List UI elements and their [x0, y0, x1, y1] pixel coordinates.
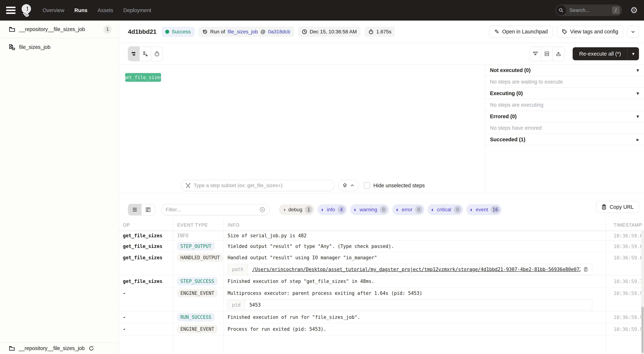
log-level-chip-event[interactable]: ◐event16	[466, 204, 502, 215]
section-caret-icon: ▾	[636, 114, 639, 119]
status-badge: Success	[162, 27, 194, 37]
chevron-down-icon	[631, 29, 635, 34]
timing-view-button[interactable]	[151, 47, 163, 61]
search-input[interactable]: Search... /	[555, 5, 622, 16]
log-info-cell: Handled output "result" using IO manager…	[224, 252, 606, 275]
nav-link-deployment[interactable]: Deployment	[123, 8, 151, 13]
log-filter-input[interactable]: Filter...	[162, 204, 270, 215]
nav-link-assets[interactable]: Assets	[98, 8, 113, 13]
run-id: 4d1bbd21	[128, 28, 156, 35]
nav-link-overview[interactable]: Overview	[42, 8, 64, 13]
log-level-chip-error[interactable]: ◐error0	[392, 204, 424, 215]
steps-section-empty-text: No steps are executing	[485, 99, 644, 111]
toggle-icon: ◑	[282, 207, 286, 212]
toggle-icon: ◐	[321, 207, 324, 212]
log-op-cell: get_file_sizes	[119, 241, 173, 252]
log-op-cell: get_file_sizes	[119, 231, 173, 241]
dagster-logo[interactable]	[20, 4, 32, 17]
gantt-step-node[interactable]: get_file_sizes	[125, 73, 161, 82]
sidebar-footer-label: __repository__file_sizes_job	[19, 345, 85, 351]
nav-link-runs[interactable]: Runs	[74, 8, 88, 13]
steps-section-header[interactable]: Executing (0)▾	[485, 88, 644, 99]
log-message: Finished execution of step "get_file_siz…	[228, 279, 606, 284]
history-icon	[202, 29, 208, 35]
log-row[interactable]: get_file_sizesSTEP_OUTPUTYielded output …	[119, 241, 644, 252]
search-shortcut-key: /	[612, 7, 620, 14]
log-level-chip-debug[interactable]: ◑debug1	[279, 204, 314, 215]
step-subset-input[interactable]: Type a step subset (ex: get_file_sizes+)	[181, 180, 334, 191]
chip-count-badge: 0	[380, 206, 387, 214]
log-info-cell: Yielded output "result" of type "Any". (…	[224, 241, 606, 252]
chip-label: info	[327, 207, 335, 213]
steps-section-header[interactable]: Errored (0)▾	[485, 111, 644, 122]
collapse-down-button[interactable]	[530, 47, 541, 61]
chevron-up-icon	[350, 183, 354, 188]
metadata-key: path	[228, 264, 248, 275]
collapse-up-button[interactable]	[553, 47, 564, 61]
open-in-launchpad-button[interactable]: ✎ Open in Launchpad	[489, 26, 553, 38]
steps-section-empty-text: No steps have errored	[485, 122, 644, 134]
metadata-path-link[interactable]: /Users/erincochran/Desktop/asset_tutoria…	[252, 267, 580, 272]
log-level-chip-info[interactable]: ◐info4	[318, 204, 347, 215]
log-scrollbar-thumb[interactable]	[642, 307, 644, 353]
log-event-type-cell: HANDLED_OUTPUT	[173, 252, 224, 275]
view-tags-config-button[interactable]: View tags and config	[556, 26, 624, 38]
log-row[interactable]: get_file_sizesHANDLED_OUTPUTHandled outp…	[119, 252, 644, 275]
log-timestamp-cell: 10:36:59.934	[606, 323, 644, 335]
gantt-view-toggle	[128, 46, 163, 61]
reexecute-all-button[interactable]: Re-execute all (*) ▾	[573, 47, 639, 60]
metadata-value-text: 5453	[250, 302, 261, 308]
log-structured-view-button[interactable]	[142, 204, 155, 215]
section-caret-icon: ▾	[636, 91, 639, 96]
run-header: 4d1bbd21 Success Run of file_sizes_job @…	[119, 21, 644, 43]
log-level-chip-warning[interactable]: ◐warning0	[350, 204, 389, 215]
log-filter-placeholder: Filter...	[166, 207, 259, 213]
zoom-fit-button[interactable]	[338, 180, 358, 191]
log-message: Size of serial_job.py is 482	[228, 233, 606, 238]
step-selector-icon	[186, 183, 191, 188]
log-scrollbar[interactable]	[641, 231, 644, 354]
refresh-icon[interactable]	[89, 346, 94, 351]
sidebar-item-repository[interactable]: __repository__file_sizes_job 1	[0, 21, 119, 38]
flat-view-button[interactable]	[140, 47, 151, 61]
job-link[interactable]: file_sizes_job	[228, 29, 258, 35]
gantt-view-button[interactable]	[128, 47, 140, 61]
steps-section-header[interactable]: Not executed (0)▾	[485, 65, 644, 76]
reexecute-dropdown-caret[interactable]: ▾	[628, 47, 639, 60]
folder-icon	[9, 346, 15, 351]
log-row[interactable]: get_file_sizesINFOSize of serial_job.py …	[119, 231, 644, 241]
log-row[interactable]: get_file_sizesSTEP_SUCCESSFinished execu…	[119, 275, 644, 288]
log-table: OPEVENT TYPEINFOTIMESTAMP get_file_sizes…	[119, 219, 644, 354]
log-table-filler	[119, 335, 644, 354]
metadata-key: pid	[228, 300, 245, 310]
log-timestamp-cell: 10:36:59.907	[606, 288, 644, 311]
copy-path-icon[interactable]	[584, 267, 588, 272]
log-level-chip-critical[interactable]: ◐critical0	[428, 204, 463, 215]
expand-rows-button[interactable]	[541, 47, 553, 61]
clear-filter-icon[interactable]	[259, 207, 266, 213]
log-message: Yielded output "result" of type "Any". (…	[228, 244, 606, 249]
log-row[interactable]: -ENGINE_EVENTProcess for run exited (pid…	[119, 323, 644, 335]
folder-icon	[9, 27, 15, 32]
log-row[interactable]: -RUN_SUCCESSFinished execution of run fo…	[119, 311, 644, 323]
sidebar-repo-count-badge: 1	[104, 25, 112, 34]
run-header-more-button[interactable]	[627, 26, 639, 38]
sidebar-item-job[interactable]: file_sizes_job	[0, 38, 119, 56]
gear-icon[interactable]: ⚙	[630, 6, 638, 15]
chip-label: error	[402, 207, 412, 213]
commit-link[interactable]: 0a318dcb	[268, 29, 290, 35]
event-type-badge: INFO	[177, 233, 188, 238]
chip-label: critical	[437, 207, 451, 213]
metadata-value: /Users/erincochran/Desktop/asset_tutoria…	[248, 264, 592, 275]
hide-unselected-checkbox[interactable]	[364, 183, 370, 189]
event-type-badge: ENGINE_EVENT	[177, 289, 218, 297]
hamburger-menu-icon[interactable]	[6, 7, 16, 14]
chip-label: debug	[288, 207, 302, 213]
step-subset-placeholder: Type a step subset (ex: get_file_sizes+)	[194, 183, 282, 188]
steps-section-header[interactable]: Succeeded (1)▸	[485, 134, 644, 145]
copy-url-button[interactable]: Copy URL	[596, 201, 639, 213]
log-list-view-button[interactable]	[128, 204, 142, 215]
log-message: Multiprocess executor: parent process ex…	[228, 290, 606, 296]
chip-label: warning	[360, 207, 377, 213]
log-row[interactable]: -ENGINE_EVENTMultiprocess executor: pare…	[119, 288, 644, 311]
